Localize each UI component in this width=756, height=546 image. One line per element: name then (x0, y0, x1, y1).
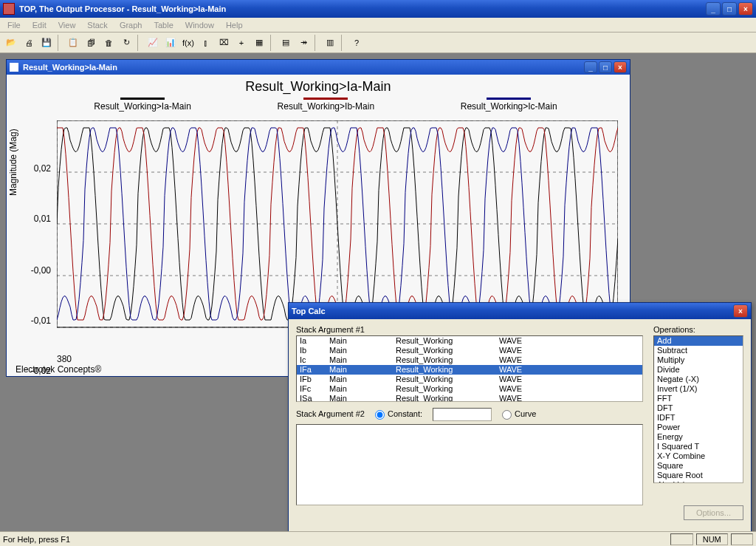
op-item[interactable]: Power (654, 423, 743, 432)
ytick: 0,01 (20, 214, 51, 224)
arg1-row[interactable]: IcMainResult_WorkingWAVE (297, 355, 642, 365)
chart-window-title: Result_Working>Ia-Main (23, 63, 584, 72)
help-icon[interactable]: ? (348, 35, 365, 51)
crosshair-icon[interactable]: + (233, 35, 250, 51)
op-item[interactable]: Subtract (654, 346, 743, 355)
shift-icon[interactable]: ↠ (295, 35, 312, 51)
menubar: FileEditViewStackGraphTableWindowHelp (0, 18, 756, 33)
refresh-icon[interactable]: ↻ (118, 35, 134, 51)
op-item[interactable]: DFT (654, 403, 743, 413)
dialog-close-button[interactable]: × (733, 304, 748, 318)
op-item[interactable]: FFT (654, 394, 743, 403)
app-icon (3, 3, 15, 15)
chart-window-icon (10, 63, 18, 72)
op-item[interactable]: Square Root (654, 471, 743, 480)
menu-view[interactable]: View (54, 19, 80, 31)
bar-chart-icon[interactable]: ⫿ (198, 35, 214, 51)
open-icon[interactable]: 📂 (3, 35, 19, 51)
menu-edit[interactable]: Edit (28, 19, 51, 31)
status-hint: For Help, press F1 (3, 535, 70, 544)
maximize-button[interactable]: □ (722, 2, 737, 16)
y-axis-label: Magnitude (Mag) (8, 129, 18, 196)
toolbar: 📂🖨💾📋🗐🗑↻📈📊f(x)⫿⌧+▦▤↠▥? (0, 33, 756, 53)
grid-icon[interactable]: ▦ (251, 35, 267, 51)
xtick: 380 (57, 354, 72, 364)
arg1-row[interactable]: IFbMainResult_WorkingWAVE (297, 375, 642, 384)
plot-bar-icon[interactable]: 📊 (162, 35, 179, 51)
arg1-row[interactable]: IFaMainResult_WorkingWAVE (297, 365, 642, 375)
legend-item: Result_Working>Ib-Main (278, 98, 375, 112)
plot-line-icon[interactable]: 📈 (145, 35, 161, 51)
statusbar: For Help, press F1 NUM (0, 531, 756, 546)
legend-item: Result_Working>Ia-Main (94, 98, 191, 112)
ytick: -0,01 (20, 315, 51, 326)
main-titlebar: TOP, The Output Processor - Result_Worki… (0, 0, 756, 18)
stack-icon[interactable]: 🗐 (83, 35, 99, 51)
op-item[interactable]: Divide (654, 365, 743, 375)
menu-stack[interactable]: Stack (83, 19, 112, 31)
chart-close-button[interactable]: × (614, 61, 627, 73)
op-item[interactable]: X-Y Combine (654, 451, 743, 461)
minimize-button[interactable]: _ (706, 2, 721, 16)
ops-listbox[interactable]: AddSubtractMultiplyDivideNegate (-X)Inve… (653, 335, 743, 483)
arg2-constant-input[interactable] (433, 408, 492, 421)
delete-icon[interactable]: 🗑 (100, 35, 117, 51)
status-num: NUM (696, 533, 728, 545)
menu-graph[interactable]: Graph (115, 19, 147, 31)
fx-icon[interactable]: f(x) (180, 35, 196, 51)
ops-label: Operations: (653, 325, 743, 334)
op-item[interactable]: Square (654, 461, 743, 471)
legend-item: Result_Working>Ic-Main (461, 98, 557, 112)
arg1-row[interactable]: IbMainResult_WorkingWAVE (297, 346, 642, 355)
op-item[interactable]: Negate (-X) (654, 375, 743, 384)
arg2-curve-radio[interactable]: Curve (502, 409, 536, 420)
menu-table[interactable]: Table (149, 19, 177, 31)
menu-help[interactable]: Help (221, 19, 247, 31)
ytick: -0,00 (20, 265, 51, 276)
chart-legend: Result_Working>Ia-MainResult_Working>Ib-… (7, 95, 630, 112)
ytick: 0,02 (20, 163, 51, 174)
arg1-row[interactable]: ISaMainResult_WorkingWAVE (297, 394, 642, 402)
page-icon[interactable]: ▥ (322, 35, 338, 51)
close-button[interactable]: × (738, 2, 753, 16)
arg2-constant-radio[interactable]: Constant: (375, 409, 422, 420)
status-empty1 (670, 533, 693, 545)
status-empty2 (731, 533, 753, 545)
copy-icon[interactable]: 📋 (65, 35, 81, 51)
op-item[interactable]: IDFT (654, 413, 743, 423)
list-icon[interactable]: ▤ (278, 35, 294, 51)
arg1-row[interactable]: IFcMainResult_WorkingWAVE (297, 384, 642, 394)
arg2-area[interactable] (296, 424, 643, 505)
dialog-titlebar: Top Calc × (289, 303, 751, 319)
op-item[interactable]: Add (654, 336, 743, 346)
print-icon[interactable]: 🖨 (21, 35, 37, 51)
chart-minimize-button[interactable]: _ (584, 61, 597, 73)
mdi-area: Result_Working>Ia-Main _ □ × Result_Work… (0, 53, 756, 531)
op-item[interactable]: Invert (1/X) (654, 384, 743, 394)
op-item[interactable]: Multiply (654, 355, 743, 365)
op-item[interactable]: Energy (654, 432, 743, 442)
options-button[interactable]: Options... (684, 505, 743, 520)
arg1-row[interactable]: IaMainResult_WorkingWAVE (297, 336, 642, 346)
arg2-label: Stack Argument #2 (296, 409, 365, 418)
app-title: TOP, The Output Processor - Result_Worki… (19, 4, 706, 13)
chart-title: Result_Working>Ia-Main (7, 75, 630, 95)
analysis-icon[interactable]: ⌧ (216, 35, 232, 51)
top-calc-dialog: Top Calc × Stack Argument #1 IaMainResul… (288, 302, 752, 546)
chart-titlebar: Result_Working>Ia-Main _ □ × (7, 60, 630, 75)
ytick: -0,02 (20, 366, 51, 376)
dialog-title: Top Calc (292, 307, 733, 315)
menu-window[interactable]: Window (181, 19, 219, 31)
menu-file[interactable]: File (3, 19, 25, 31)
arg1-listbox[interactable]: IaMainResult_WorkingWAVEIbMainResult_Wor… (296, 335, 643, 402)
chart-maximize-button[interactable]: □ (599, 61, 612, 73)
op-item[interactable]: I Squared T (654, 442, 743, 451)
save-icon[interactable]: 💾 (38, 35, 55, 51)
